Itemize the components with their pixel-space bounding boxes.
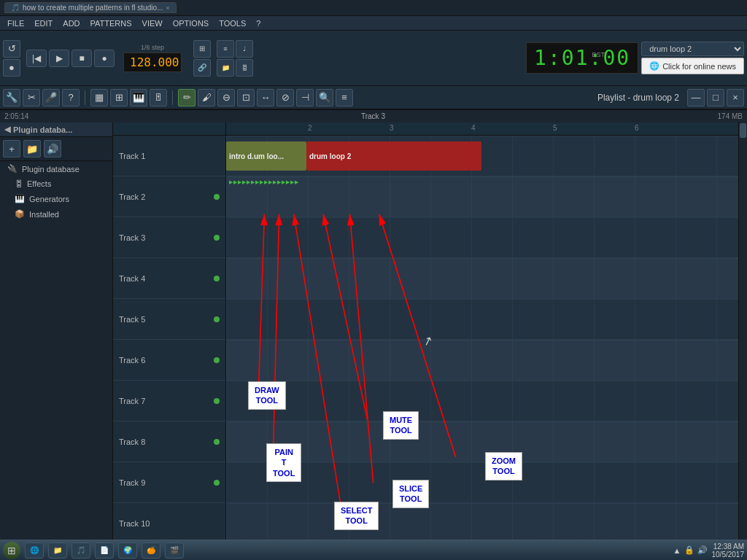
draw-tool-icon[interactable]: ✏ [178, 89, 196, 106]
rewind-button[interactable]: |◀ [26, 50, 47, 67]
taskbar-app2[interactable]: 📄 [95, 542, 114, 559]
piano-roll-button[interactable]: ♩ [236, 40, 253, 58]
sidebar-folder-button[interactable]: 📁 [23, 140, 41, 158]
taskbar-app1[interactable]: 🎵 [71, 542, 90, 559]
grid-num-4: 4 [471, 124, 476, 132]
help-icon[interactable]: ? [62, 89, 80, 106]
vertical-scrollbar[interactable] [738, 122, 747, 540]
news-button[interactable]: 🌐 Click for online news [641, 58, 744, 74]
taskbar-ie[interactable]: 🌐 [25, 542, 44, 559]
time-display: 1:01:00 [526, 42, 638, 74]
stepseq-icon[interactable]: ⊞ [110, 89, 128, 106]
title-bar: 🎵 how to create multiple patterns in fl … [0, 0, 747, 16]
fx-icon[interactable]: 🎚 [150, 89, 167, 106]
mic-icon[interactable]: 🎤 [42, 89, 60, 106]
pattern-arrow: ▶ [277, 179, 281, 185]
sidebar-item-plugin-database[interactable]: 🔌 Plugin database [0, 161, 112, 176]
pattern-arrow: ▶ [242, 179, 246, 185]
track-label-1: Track 1 [113, 136, 225, 176]
track-1-name: Track 1 [119, 152, 145, 160]
play-button[interactable]: ▶ [49, 50, 69, 67]
track-label-6: Track 6 [113, 340, 225, 381]
taskbar-app5[interactable]: 🎬 [165, 542, 184, 559]
tempo-display[interactable]: 128.000 [123, 52, 182, 72]
draw-tool-label: DRAW TOOL [248, 381, 286, 410]
mute-tool-icon[interactable]: ⊘ [276, 89, 294, 106]
menu-options[interactable]: OPTIONS [169, 18, 214, 28]
erase-tool-icon[interactable]: ⊖ [217, 89, 235, 106]
generators-icon: 🎹 [15, 194, 25, 203]
stop-button[interactable]: ■ [71, 50, 92, 67]
track-area: Track 1 Track 2 Track 3 Track 4 Track 5 [113, 122, 747, 540]
transport-bar: ↺ ● |◀ ▶ ■ ● 1/6 step 128.000 ⊞ 🔗 ≡ ♩ 📁 … [0, 31, 747, 86]
tray-icon-3: 🔊 [697, 545, 708, 555]
minimize-playlist-button[interactable]: — [687, 89, 705, 106]
maximize-playlist-button[interactable]: □ [707, 89, 724, 106]
toolbar2: 🔧 ✂ 🎤 ? ▦ ⊞ 🎹 🎚 ✏ 🖌 ⊖ ⊡ ↔ ⊘ ⊣ 🔍 ≡ Playli… [0, 86, 747, 109]
menu-patterns[interactable]: PATTERNS [86, 18, 136, 28]
taskbar-app3[interactable]: 🌍 [118, 542, 137, 559]
browser-tab[interactable]: 🎵 how to create multiple patterns in fl … [4, 2, 177, 13]
pattern-arrow: ▶ [264, 179, 268, 185]
sidebar-add-button[interactable]: + [3, 140, 20, 158]
link-button[interactable]: 🔗 [193, 59, 211, 77]
sidebar-header-label: Plugin databa... [13, 125, 72, 134]
piano-icon[interactable]: 🎹 [130, 89, 147, 106]
track-9-name: Track 9 [119, 478, 145, 487]
playlist-icon[interactable]: ▦ [90, 89, 108, 106]
playlist-area: Track 1 Track 2 Track 3 Track 4 Track 5 [113, 122, 747, 540]
menu-edit[interactable]: EDIT [30, 18, 57, 28]
slice-tool-icon[interactable]: ⊣ [296, 89, 314, 106]
track-9-dot [214, 480, 220, 486]
sidebar-item-generators[interactable]: 🎹 Generators [0, 191, 112, 206]
close-playlist-button[interactable]: × [727, 89, 744, 106]
track-7-name: Track 7 [119, 397, 145, 405]
taskbar-files[interactable]: 📁 [48, 542, 67, 559]
menu-tools[interactable]: TOOLS [214, 18, 250, 28]
grid-header: 2 3 4 5 6 [226, 122, 738, 136]
record-transport-button[interactable]: ● [94, 50, 115, 67]
more-tool-icon[interactable]: ≡ [336, 89, 353, 106]
sidebar-sound-button[interactable]: 🔊 [44, 140, 61, 158]
pattern-arrow: ▶ [255, 179, 259, 185]
installed-icon: 📦 [15, 209, 25, 219]
effects-icon: 🎛 [15, 179, 23, 188]
menu-view[interactable]: VIEW [138, 18, 167, 28]
track-6-name: Track 6 [119, 356, 145, 365]
zoom-tool-label: ZOOM TOOL [485, 452, 522, 481]
menu-file[interactable]: FILE [3, 18, 28, 28]
browser-button[interactable]: 📁 [217, 59, 234, 77]
mixer-button[interactable]: ≡ [217, 40, 234, 58]
sidebar-item-effects[interactable]: 🎛 Effects [0, 176, 112, 191]
magnet-icon[interactable]: 🔧 [3, 89, 20, 106]
taskbar-app4[interactable]: 🍊 [142, 542, 160, 559]
start-button[interactable]: ⊞ [3, 542, 20, 559]
loop-button[interactable]: ↺ [3, 40, 20, 58]
track-label-4: Track 4 [113, 258, 225, 299]
track-label-10: Track 10 [113, 503, 225, 540]
tab-title: how to create multiple patterns in fl st… [23, 4, 163, 12]
close-tab-button[interactable]: × [166, 4, 169, 12]
snap-button[interactable]: ⊞ [193, 40, 211, 58]
paint-tool-icon[interactable]: 🖌 [198, 89, 215, 106]
zoom-tool-icon[interactable]: ↔ [257, 89, 274, 106]
record-button[interactable]: ● [3, 59, 20, 77]
select-tool-icon[interactable]: ⊡ [237, 89, 255, 106]
zoom2-tool-icon[interactable]: 🔍 [316, 89, 333, 106]
scrollbar-thumb[interactable] [740, 123, 746, 138]
menu-help[interactable]: ? [252, 18, 265, 28]
pattern-arrow: ▶ [251, 179, 255, 185]
grid-num-6: 6 [635, 124, 639, 132]
menu-add[interactable]: ADD [58, 18, 84, 28]
scissors-icon[interactable]: ✂ [23, 89, 40, 106]
pattern-arrow: ▶ [295, 179, 298, 185]
track-2-name: Track 2 [119, 192, 145, 201]
pattern-arrow: ▶ [268, 179, 272, 185]
track-6-dot [214, 357, 220, 363]
pattern-arrow: ▶ [238, 179, 241, 185]
globe-icon: 🌐 [649, 61, 659, 71]
pattern-selector[interactable]: drum loop 2 [641, 42, 744, 56]
track-grid[interactable]: 2 3 4 5 6 [226, 122, 738, 540]
plugin-button[interactable]: 🎛 [236, 59, 253, 77]
sidebar-item-installed[interactable]: 📦 Installed [0, 206, 112, 222]
